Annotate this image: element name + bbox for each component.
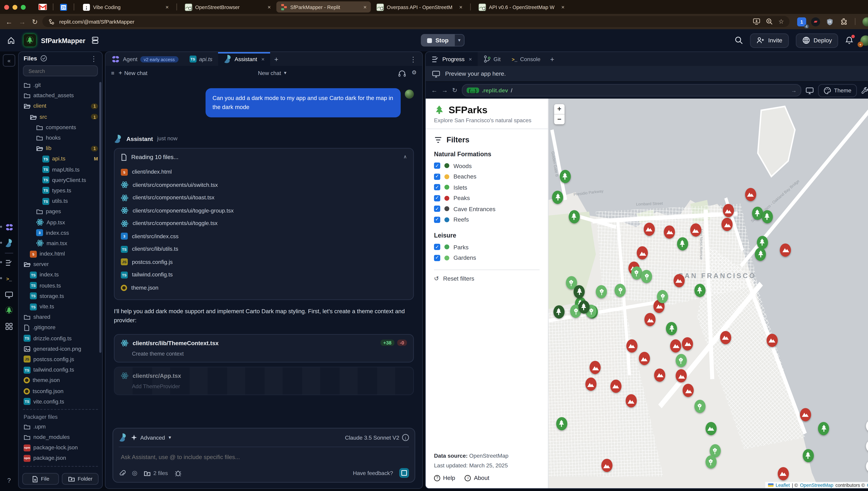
file-tree-item[interactable]: theme.json [19,375,102,386]
new-tab-button[interactable]: + [274,55,278,63]
map-marker-tree[interactable] [757,236,768,249]
file-tree-item[interactable]: TStypes.ts [19,185,102,196]
zoom-page-icon[interactable] [766,18,773,25]
file-edit-card[interactable]: client/src/lib/ThemeContext.tsx+38-0Crea… [114,334,414,362]
file-tree-item[interactable]: .upm [19,422,102,432]
install-app-icon[interactable] [753,18,760,25]
tab-api-ts[interactable]: TSapi.ts [184,52,218,66]
zoom-in-button[interactable]: + [554,104,565,114]
map-marker-tree[interactable] [818,422,829,435]
map-marker-peak[interactable] [670,339,681,352]
filter-row-gardens[interactable]: ✓Gardens [434,253,540,263]
filter-row-peaks[interactable]: ✓Peaks [434,193,540,203]
map-marker-tree[interactable] [752,206,763,220]
browser-tab[interactable]: SfParkMapper - Replit× [276,1,371,12]
new-folder-button[interactable]: Folder [62,473,99,485]
close-tab-icon[interactable]: × [166,4,169,10]
map-marker-peak[interactable] [778,467,789,480]
site-permissions-icon[interactable] [48,18,55,25]
close-tab-icon[interactable]: × [268,4,271,10]
reading-file-row[interactable]: theme.json [121,282,407,294]
file-tree-item[interactable]: shared [19,312,102,323]
collapse-sidebar-button[interactable]: « [3,54,15,67]
file-tree-item[interactable]: main.tsx [19,238,102,249]
file-edit-card[interactable]: client/src/App.tsxAdd ThemeProvider [114,366,414,395]
map-marker-peak[interactable] [645,313,656,326]
attach-icon[interactable] [119,469,126,477]
check-circle-icon[interactable] [41,55,48,62]
map-marker-garden[interactable] [596,285,607,298]
devices-icon[interactable] [91,36,99,45]
bookmark-star-icon[interactable]: ☆ [778,18,784,25]
zoom-out-button[interactable]: − [554,114,565,124]
new-file-button[interactable]: File [22,473,59,485]
map-marker-peak[interactable] [643,223,655,236]
file-tree-item[interactable]: tsconfig.json [19,386,102,396]
locate-me-button[interactable] [866,460,868,473]
map-marker-peak[interactable] [745,188,756,201]
map-zoom-in-button[interactable]: + [866,420,868,433]
file-tree-item[interactable]: src1 [19,112,102,122]
file-tree-item[interactable]: lib1 [19,143,102,154]
map-marker-peak[interactable] [683,384,694,397]
collapse-chevron-icon[interactable]: ∧ [403,154,407,160]
file-tree-item[interactable]: TSutils.ts [19,196,102,206]
map-marker-peak[interactable] [721,218,732,231]
adblock-extension-icon[interactable]: ▰ [811,17,820,26]
rail-app-icon[interactable] [3,305,14,316]
chat-history-icon[interactable]: ≡ [111,70,114,76]
pinned-tab-gmail[interactable] [37,2,49,12]
map-marker-peak[interactable] [682,337,693,350]
file-tree-item[interactable]: TStailwind.config.ts [19,365,102,375]
help-button[interactable]: ?Help [434,474,455,481]
reset-filters-button[interactable]: ↺Reset filters [434,275,540,282]
rail-webview-icon[interactable] [3,289,14,300]
chat-settings-icon[interactable]: ⚙ [412,69,417,77]
checkbox[interactable]: ✓ [434,255,440,261]
rail-assistant-icon[interactable] [3,237,14,249]
file-tree-item[interactable]: TSqueryClient.ts [19,175,102,185]
reading-file-row[interactable]: TStailwind.config.ts [121,268,407,282]
files-search-input[interactable] [27,67,94,75]
reading-file-row[interactable]: 3client/src/index.css [121,230,407,243]
file-tree-item[interactable]: TSdrizzle.config.ts [19,333,102,344]
map-marker-garden[interactable] [694,400,705,413]
browser-profile-avatar[interactable] [863,17,868,26]
map-marker-peak[interactable] [673,274,684,287]
checkbox[interactable]: ✓ [434,173,440,180]
map-marker-peak[interactable] [664,225,675,238]
close-tab-icon[interactable]: × [459,4,462,10]
map-marker-peak[interactable] [638,352,650,365]
new-chat-button[interactable]: +New chat [119,69,148,77]
webview-back-button[interactable]: ← [431,87,438,94]
map-zoom-out-button[interactable]: − [866,440,868,453]
rail-agent-icon[interactable] [3,222,14,233]
browser-forward-button[interactable]: → [19,18,26,25]
reading-file-row[interactable]: client/src/components/ui/switch.tsx [121,179,407,192]
rail-all-tools-icon[interactable] [3,321,14,332]
tab-progress[interactable]: Progress× [426,52,478,66]
map-marker-peak[interactable] [690,224,701,237]
file-tree-item[interactable]: App.tsx [19,217,102,228]
map-marker-tree[interactable] [569,210,580,223]
url-go-icon[interactable]: → [791,87,797,93]
traffic-zoom-button[interactable] [21,4,26,9]
filter-row-parks[interactable]: ✓Parks [434,242,540,253]
tab-git[interactable]: Git [478,52,506,66]
user-avatar[interactable]: ✦ [860,35,868,46]
reading-file-row[interactable]: client/src/components/ui/toggle-group.ts… [121,204,407,217]
reading-file-row[interactable]: client/src/components/ui/toggle.tsx [121,217,407,230]
new-tab-button[interactable]: + [550,55,554,63]
filter-row-cave-entrances[interactable]: ✓Cave Entrances [434,203,540,214]
file-tree-item[interactable]: .git [19,80,102,90]
filter-row-woods[interactable]: ✓Woods [434,161,540,171]
file-tree-item[interactable]: attached_assets [19,90,102,101]
map-marker-tree[interactable] [803,449,814,462]
feedback-link[interactable]: Have feedback? [353,470,393,476]
checkbox[interactable]: ✓ [434,184,440,191]
password-manager-extension-icon[interactable]: 1 4 [797,17,806,26]
reading-files-header[interactable]: Reading 10 files... ∧ [115,148,413,166]
file-tree-item[interactable]: TSroutes.ts [19,280,102,291]
map-marker-tree[interactable] [762,210,773,223]
browser-address-bar[interactable]: replit.com/@matt/SfParkMapper ☆ [43,16,789,27]
